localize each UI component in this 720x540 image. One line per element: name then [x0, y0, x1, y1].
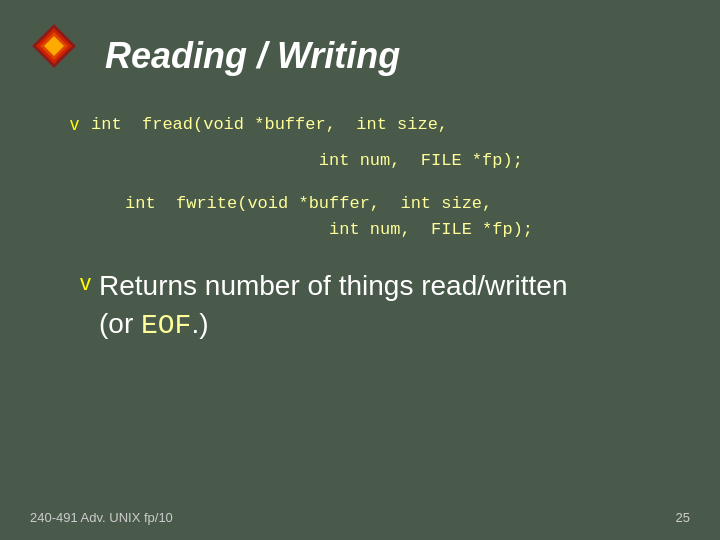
bullet-item-fread: v int fread(void *buffer, int size,	[70, 112, 670, 138]
fread-code: int fread(void *buffer, int size,	[91, 112, 448, 138]
returns-text-part2: (or	[99, 308, 141, 339]
fwrite-code-line1: int fwrite(void *buffer, int size,	[125, 191, 670, 217]
returns-text-part3: .)	[191, 308, 208, 339]
returns-section: v Returns number of things read/written …	[80, 267, 670, 345]
slide: Reading / Writing v int fread(void *buff…	[0, 0, 720, 540]
returns-code-eof: EOF	[141, 310, 191, 341]
diamond-icon	[30, 22, 78, 70]
footer: 240-491 Adv. UNIX fp/10 25	[30, 510, 690, 525]
footer-right: 25	[676, 510, 690, 525]
fwrite-code-line2: int num, FILE *fp);	[125, 217, 670, 243]
returns-text: Returns number of things read/written (o…	[99, 267, 567, 345]
fread-code-line2: int num, FILE *fp);	[125, 148, 670, 174]
content-area: v int fread(void *buffer, int size, int …	[70, 112, 670, 345]
bullet-arrow-1: v	[70, 114, 79, 135]
returns-text-part1: Returns number of things read/written	[99, 270, 567, 301]
returns-bullet-arrow: v	[80, 270, 91, 296]
slide-title: Reading / Writing	[105, 35, 670, 77]
footer-left: 240-491 Adv. UNIX fp/10	[30, 510, 173, 525]
